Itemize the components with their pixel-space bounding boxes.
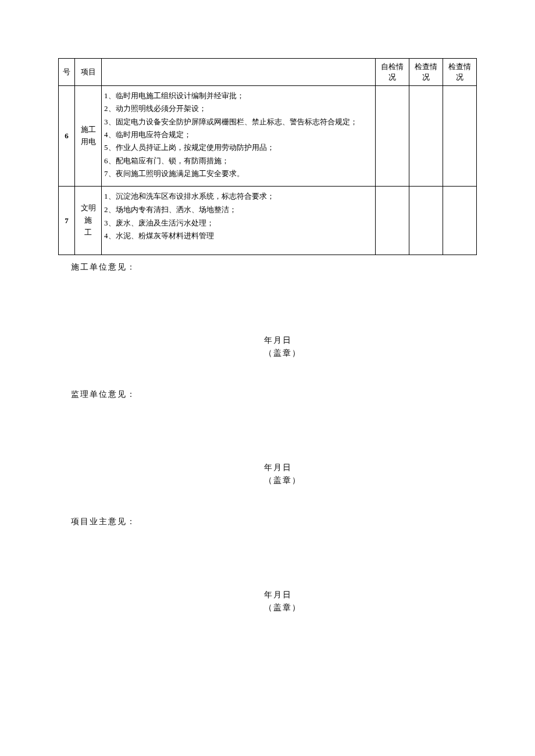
row-self-check [376, 86, 409, 187]
signature-block-supervision: 监理单位意见： 年月日 （盖章） [71, 389, 477, 488]
sig-seal: （盖章） [264, 474, 477, 487]
sig-label: 项目业主意见： [71, 517, 477, 527]
row-desc: 1、沉淀池和洗车区布设排水系统，标志符合要求；2、场地内专有清扫、洒水、场地整洁… [102, 187, 376, 255]
table-row: 7 文明施工 1、沉淀池和洗车区布设排水系统，标志符合要求；2、场地内专有清扫、… [59, 187, 477, 255]
sig-label: 监理单位意见： [71, 389, 477, 400]
sig-label: 施工单位意见： [71, 262, 477, 273]
table-header-row: 号 项目 自检情况 检查情况 检查情况 [59, 59, 477, 86]
row-num: 6 [59, 86, 75, 187]
signature-block-construction: 施工单位意见： 年月日 （盖章） [71, 262, 477, 360]
sig-date: 年月日 [264, 334, 477, 347]
row-project: 施工用电 [75, 86, 102, 187]
document-page: 号 项目 自检情况 检查情况 检查情况 6 施工用电 1、临时用电施工组织设计编… [0, 0, 535, 637]
row-project: 文明施工 [75, 187, 102, 255]
table-row: 6 施工用电 1、临时用电施工组织设计编制并经审批；2、动力照明线必须分开架设；… [59, 86, 477, 187]
sig-date: 年月日 [264, 461, 477, 474]
header-check-2: 检查情况 [443, 59, 477, 86]
header-project: 项目 [75, 59, 102, 86]
header-desc [102, 59, 376, 86]
signature-block-owner: 项目业主意见： 年月日 （盖章） [71, 517, 477, 615]
sig-seal: （盖章） [264, 347, 477, 360]
row-check-1 [409, 187, 443, 255]
row-self-check [376, 187, 409, 255]
row-desc: 1、临时用电施工组织设计编制并经审批；2、动力照明线必须分开架设；3、固定电力设… [102, 86, 376, 187]
signatures-section: 施工单位意见： 年月日 （盖章） 监理单位意见： 年月日 （盖章） 项目业主意见… [58, 262, 477, 614]
inspection-table: 号 项目 自检情况 检查情况 检查情况 6 施工用电 1、临时用电施工组织设计编… [58, 58, 477, 255]
header-num: 号 [59, 59, 75, 86]
sig-seal: （盖章） [264, 601, 477, 614]
header-check-1: 检查情况 [409, 59, 443, 86]
row-num: 7 [59, 187, 75, 255]
header-self-check: 自检情况 [376, 59, 409, 86]
row-check-2 [443, 86, 477, 187]
row-check-2 [443, 187, 477, 255]
row-check-1 [409, 86, 443, 187]
sig-date: 年月日 [264, 589, 477, 601]
